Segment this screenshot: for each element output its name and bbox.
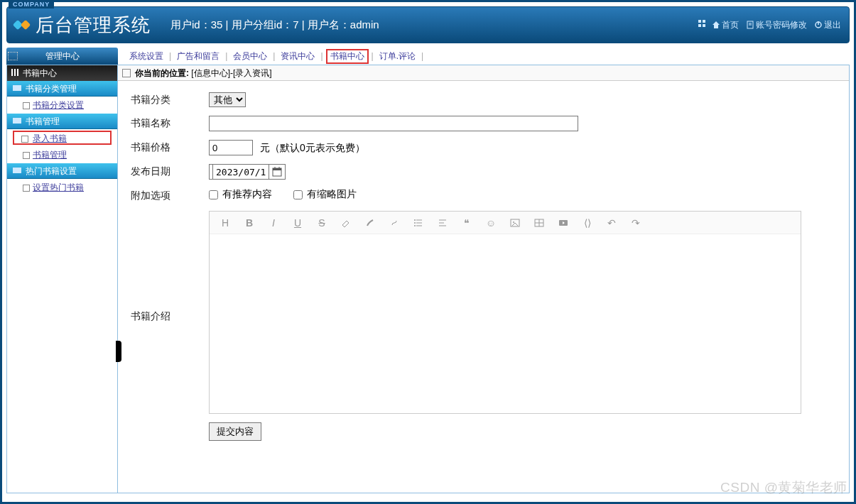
table-icon[interactable] xyxy=(533,217,545,229)
sidebar-title: 管理中心 xyxy=(6,48,118,65)
home-icon xyxy=(712,21,720,29)
brush-icon[interactable] xyxy=(364,217,376,229)
sidebar-group[interactable]: 热门书籍设置 xyxy=(7,163,117,179)
underline-icon[interactable]: U xyxy=(292,217,303,229)
sidebar-item[interactable]: 录入书籍 xyxy=(13,131,112,145)
chk-recommend[interactable]: 有推荐内容 xyxy=(209,188,272,201)
grid-icon xyxy=(698,20,707,31)
sidebar-item[interactable]: 设置热门书籍 xyxy=(7,179,117,196)
logo-icon xyxy=(13,16,31,34)
sidebar-link[interactable]: 书籍管理 xyxy=(33,150,67,160)
doc-icon xyxy=(746,21,754,29)
nav-书籍中心[interactable]: 书籍中心 xyxy=(326,49,369,64)
svg-point-23 xyxy=(513,221,514,223)
price-note: 元（默认0元表示免费） xyxy=(260,142,365,153)
link-icon[interactable] xyxy=(389,217,400,229)
align-icon[interactable] xyxy=(437,217,448,229)
chk-thumbnail[interactable]: 有缩略图片 xyxy=(293,188,357,201)
breadcrumb-label: 你当前的位置: xyxy=(135,68,189,78)
home-link[interactable]: 首页 xyxy=(710,19,741,31)
svg-rect-10 xyxy=(273,168,281,170)
sidebar-item[interactable]: 书籍管理 xyxy=(7,146,117,163)
collapse-handle[interactable] xyxy=(116,341,121,362)
nav-广告和留言[interactable]: 广告和留言 xyxy=(174,50,222,62)
date-text[interactable] xyxy=(212,164,269,180)
drag-handle-icon xyxy=(8,52,18,60)
svg-point-16 xyxy=(414,219,416,221)
sidebar-link[interactable]: 书籍分类设置 xyxy=(33,100,84,110)
input-price[interactable] xyxy=(209,140,253,155)
editor-body[interactable] xyxy=(210,234,801,413)
nav-订单.评论[interactable]: 订单.评论 xyxy=(376,50,418,62)
company-tag: COMPANY xyxy=(9,1,54,9)
svg-rect-2 xyxy=(698,24,701,27)
nav-资讯中心[interactable]: 资讯中心 xyxy=(278,50,318,62)
password-link[interactable]: 账号密码修改 xyxy=(744,19,809,31)
label-category: 书籍分类 xyxy=(131,92,209,106)
rich-editor: H B I U S ❝ ☺ xyxy=(209,211,801,414)
svg-rect-0 xyxy=(698,20,701,23)
select-category[interactable]: 其他 xyxy=(209,92,246,107)
input-name[interactable] xyxy=(209,116,578,131)
video-icon[interactable] xyxy=(558,217,569,229)
breadcrumb: 你当前的位置: [信息中心]-[录入资讯] xyxy=(118,65,849,81)
svg-point-18 xyxy=(414,225,416,226)
emoji-icon[interactable]: ☺ xyxy=(485,217,497,229)
sidebar-group[interactable]: 书籍管理 xyxy=(7,114,117,129)
editor-toolbar: H B I U S ❝ ☺ xyxy=(210,212,801,234)
nav-会员中心[interactable]: 会员中心 xyxy=(230,50,270,62)
label-intro: 书籍介绍 xyxy=(131,211,209,323)
image-icon[interactable] xyxy=(509,217,521,229)
sidebar-head: 书籍中心 xyxy=(7,65,117,81)
sidebar-item[interactable]: 书籍分类设置 xyxy=(7,97,117,114)
input-date[interactable] xyxy=(209,164,286,180)
header-bar: 后台管理系统 用户id：35 | 用户分组id：7 | 用户名：admin 首页… xyxy=(6,6,850,43)
top-nav: 系统设置 | 广告和留言 | 会员中心 | 资讯中心 | 书籍中心 | 订单.评… xyxy=(118,48,850,65)
home-label: 首页 xyxy=(722,19,739,31)
sidebar-link[interactable]: 录入书籍 xyxy=(33,133,67,143)
undo-icon[interactable]: ↶ xyxy=(606,217,617,229)
list-icon[interactable] xyxy=(413,217,424,229)
breadcrumb-path: [信息中心]-[录入资讯] xyxy=(191,68,271,78)
redo-icon[interactable]: ↷ xyxy=(630,217,641,229)
nav-系统设置[interactable]: 系统设置 xyxy=(126,50,166,62)
strikethrough-icon[interactable]: S xyxy=(316,217,327,229)
content-panel: 你当前的位置: [信息中心]-[录入资讯] 书籍分类 其他 书籍名称 书籍价格 xyxy=(118,65,850,493)
sidebar-link[interactable]: 设置热门书籍 xyxy=(33,182,84,192)
logout-link[interactable]: 退出 xyxy=(812,19,843,31)
svg-rect-3 xyxy=(703,24,705,27)
svg-rect-1 xyxy=(703,20,705,23)
italic-icon[interactable]: I xyxy=(268,217,279,229)
heading-icon[interactable]: H xyxy=(220,217,231,229)
password-label: 账号密码修改 xyxy=(756,19,807,31)
logout-label: 退出 xyxy=(824,19,841,31)
label-extra: 附加选项 xyxy=(131,188,209,202)
label-price: 书籍价格 xyxy=(131,140,209,154)
label-name: 书籍名称 xyxy=(131,116,209,130)
eraser-icon[interactable] xyxy=(340,217,352,229)
sidebar-group[interactable]: 书籍分类管理 xyxy=(7,81,117,97)
bold-icon[interactable]: B xyxy=(244,217,255,229)
watermark: CSDN @黄菊华老师 xyxy=(720,478,847,497)
svg-point-17 xyxy=(414,222,416,224)
code-icon[interactable]: ⟨⟩ xyxy=(582,217,593,229)
label-date: 发布日期 xyxy=(131,164,209,178)
app-title: 后台管理系统 xyxy=(36,13,151,38)
power-icon xyxy=(814,21,823,29)
user-info: 用户id：35 | 用户分组id：7 | 用户名：admin xyxy=(170,18,698,32)
calendar-icon[interactable] xyxy=(272,167,282,177)
submit-button[interactable]: 提交内容 xyxy=(209,422,261,441)
sidebar: 书籍中心书籍分类管理书籍分类设置书籍管理录入书籍书籍管理热门书籍设置设置热门书籍 xyxy=(6,65,118,493)
quote-icon[interactable]: ❝ xyxy=(461,217,472,229)
